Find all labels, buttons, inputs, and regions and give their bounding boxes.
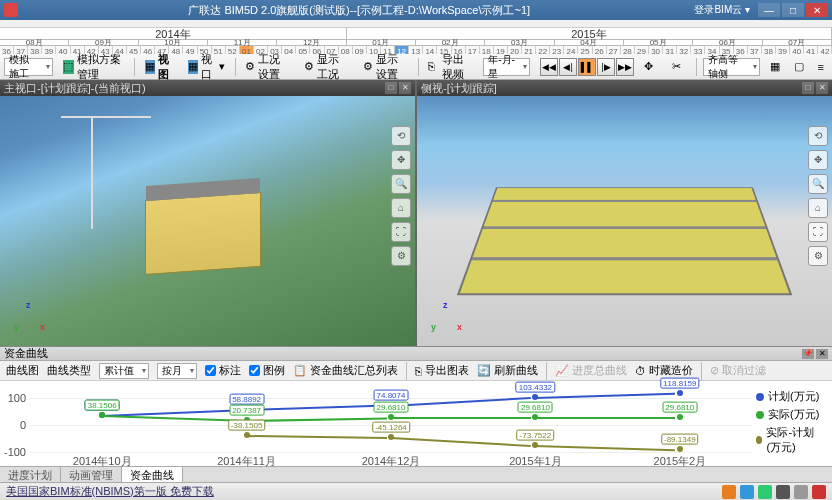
play-button[interactable]: ▌▌ [578,58,596,76]
export-video-button[interactable]: ⎘导出视频 [424,57,477,77]
legend-plan: 计划(万元) [768,389,819,404]
mark-checkbox[interactable]: 标注 [205,363,241,378]
mode-select[interactable]: 模拟施工 [4,58,53,76]
view-button[interactable]: ▦视口▾ [184,57,229,77]
ffwd-button[interactable]: ▶▶ [616,58,634,76]
main-viewport: 主视口-[计划跟踪]-(当前视口) □✕ ⟲ ✥ 🔍 ⌂ ⛶ ⚙ xyz [0,80,415,346]
scheme-button[interactable]: ⬚模拟方案管理 [59,57,128,77]
unit-select[interactable]: 按月 [157,363,197,379]
main-viewport-title: 主视口-[计划跟踪]-(当前视口) [4,81,146,96]
menu-bar [0,20,832,28]
lines-icon[interactable]: ≡ [814,57,828,77]
legend-checkbox[interactable]: 图例 [249,363,285,378]
axis-gizmo[interactable]: xyz [8,298,48,338]
grid-icon[interactable]: ▦ [766,57,784,77]
vp-close-icon[interactable]: ✕ [816,82,828,94]
fit-tool[interactable]: ⛶ [808,222,828,242]
playback-controls: ◀◀ ◀| ▌▌ |▶ ▶▶ [540,58,634,76]
vp-max-icon[interactable]: □ [385,82,397,94]
orbit-tool[interactable]: ⟲ [391,126,411,146]
title-bar: 广联达 BIM5D 2.0旗舰版(测试版)--[示例工程-D:\WorkSpac… [0,0,832,20]
time-cost-button[interactable]: ⏱ 时藏造价 [635,363,693,378]
status-icon-4[interactable] [776,485,790,499]
zoom-tool[interactable]: 🔍 [808,174,828,194]
home-tool[interactable]: ⌂ [391,198,411,218]
step-back-button[interactable]: ◀| [559,58,577,76]
status-icon-2[interactable] [740,485,754,499]
maximize-button[interactable]: □ [782,3,804,17]
config-tool[interactable]: ⚙ [808,246,828,266]
side-viewport-title: 侧视-[计划跟踪] [421,81,497,96]
chart-legend: 计划(万元) 实际(万元) 实际-计划(万元) [752,381,832,466]
progress-curve-button[interactable]: 📈 进度总曲线 [555,363,627,378]
step-fwd-button[interactable]: |▶ [597,58,615,76]
curve-toggle[interactable]: 曲线图 [6,363,39,378]
pan-tool[interactable]: ✥ [808,150,828,170]
config-tool[interactable]: ⚙ [391,246,411,266]
orbit-tool[interactable]: ⟲ [808,126,828,146]
home-tool[interactable]: ⌂ [808,198,828,218]
status-text[interactable]: 美国国家BIM标准(NBIMS)第一版 免费下载 [6,484,214,499]
axis-gizmo[interactable]: xyz [425,298,465,338]
window-title: 广联达 BIM5D 2.0旗舰版(测试版)--[示例工程-D:\WorkSpac… [24,3,694,18]
chart-body: -1000100 2014年10月2014年11月2014年12月2015年1月… [0,381,832,466]
chart-panel: 资金曲线 📌✕ 曲线图 曲线类型 累计值 按月 标注 图例 📋 资金曲线汇总列表… [0,346,832,466]
status-icon-3[interactable] [758,485,772,499]
status-icon-1[interactable] [722,485,736,499]
export-chart-button[interactable]: ⎘ 导出图表 [415,363,469,378]
view-bold-button[interactable]: ▦视图 [141,57,178,77]
curve-type-label: 曲线类型 [47,363,91,378]
zoom-tool[interactable]: 🔍 [391,174,411,194]
vp-max-icon[interactable]: □ [802,82,814,94]
app-icon [4,3,18,17]
sim-settings-button[interactable]: ⚙工况设置 [241,57,294,77]
status-icon-6[interactable] [812,485,826,499]
status-icon-5[interactable] [794,485,808,499]
vp-close-icon[interactable]: ✕ [399,82,411,94]
display-options-button[interactable]: ⚙显示设置 [359,57,412,77]
cum-select[interactable]: 累计值 [99,363,149,379]
side-3d-canvas[interactable]: ⟲ ✥ 🔍 ⌂ ⛶ ⚙ xyz [417,96,832,346]
legend-diff: 实际-计划(万元) [766,425,828,455]
pan-tool[interactable]: ✥ [391,150,411,170]
box-icon[interactable]: ▢ [790,57,808,77]
side-viewport: 侧视-[计划跟踪] □✕ ⟲ ✥ 🔍 ⌂ ⛶ ⚙ xyz [417,80,832,346]
main-3d-canvas[interactable]: ⟲ ✥ 🔍 ⌂ ⛶ ⚙ xyz [0,96,415,346]
tab-cost-curve[interactable]: 资金曲线 [122,467,183,482]
panel-pin-icon[interactable]: 📌 [802,349,814,359]
display-settings-button[interactable]: ⚙显示工况 [300,57,353,77]
chart-plot-area[interactable]: -1000100 2014年10月2014年11月2014年12月2015年1月… [30,385,752,452]
panel-close-icon[interactable]: ✕ [816,349,828,359]
chart-toolbar: 曲线图 曲线类型 累计值 按月 标注 图例 📋 资金曲线汇总列表 ⎘ 导出图表 … [0,361,832,381]
close-button[interactable]: ✕ [806,3,828,17]
timeline[interactable]: 2014年2015年 08月09月10月11月12月01月02月03月04月05… [0,28,832,54]
user-menu[interactable]: 登录BIM云 ▾ [694,3,750,17]
cancel-filter-button[interactable]: ⊘ 取消过滤 [710,363,766,378]
tab-schedule[interactable]: 进度计划 [0,467,61,482]
bottom-tabs: 进度计划 动画管理 资金曲线 [0,466,832,482]
viewports: 主视口-[计划跟踪]-(当前视口) □✕ ⟲ ✥ 🔍 ⌂ ⛶ ⚙ xyz 侧视-… [0,80,832,346]
refresh-button[interactable]: 🔄 刷新曲线 [477,363,538,378]
chart-panel-title: 资金曲线 [4,346,48,361]
status-bar: 美国国家BIM标准(NBIMS)第一版 免费下载 [0,482,832,500]
align-select[interactable]: 齐高等轴侧 [703,58,760,76]
main-toolbar: 模拟施工 ⬚模拟方案管理 ▦视图 ▦视口▾ ⚙工况设置 ⚙显示工况 ⚙显示设置 … [0,54,832,80]
time-format-select[interactable]: 年-月-星 [483,58,530,76]
rewind-button[interactable]: ◀◀ [540,58,558,76]
minimize-button[interactable]: — [758,3,780,17]
fit-tool[interactable]: ⛶ [391,222,411,242]
nav-button[interactable]: ✥ [640,57,662,77]
tab-animation[interactable]: 动画管理 [61,467,122,482]
legend-actual: 实际(万元) [768,407,819,422]
summary-button[interactable]: 📋 资金曲线汇总列表 [293,363,398,378]
cut-button[interactable]: ✂ [668,57,690,77]
